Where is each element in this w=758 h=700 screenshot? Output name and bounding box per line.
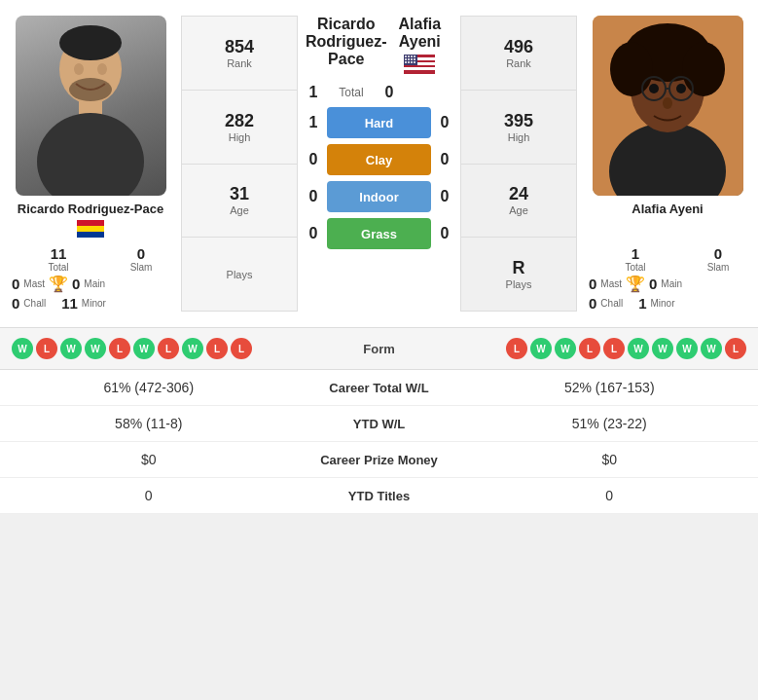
player-left: Ricardo Rodriguez-Pace 11 Total 0 Slam 0: [8, 16, 173, 312]
form-badge-left: W: [133, 338, 155, 359]
middle-area: Ricardo Rodriguez-Pace Alafia Ayeni: [306, 16, 452, 312]
form-badges-left: WLWWLWLWLL: [12, 338, 333, 359]
stats-row-left-value: 0: [16, 488, 282, 503]
player-left-stats-grid: 11 Total 0 Slam 0 Mast 🏆 0 Main 0 Chall: [8, 245, 173, 312]
stats-row-right-value: 51% (23-22): [477, 416, 743, 431]
surface-hard-button[interactable]: Hard: [327, 107, 431, 138]
player-right-stats-grid: 1 Total 0 Slam 0 Mast 🏆 0 Main 0 Chall: [585, 245, 750, 312]
svg-point-23: [405, 61, 407, 63]
center-rank-box: 854 Rank: [181, 16, 298, 91]
flag-us: [404, 55, 435, 74]
svg-point-4: [74, 63, 84, 75]
stat-left-slam: 0 Slam: [113, 245, 169, 273]
trophy-icon-right: 🏆: [626, 275, 645, 293]
flag-us-container: [387, 55, 452, 74]
svg-point-20: [408, 58, 410, 60]
center-left-stats: 854 Rank 282 High 31 Age Plays: [181, 16, 298, 312]
right-plays-box: R Plays: [460, 238, 577, 312]
form-badge-left: L: [109, 338, 130, 359]
center-high-box: 282 High: [181, 91, 298, 165]
flag-venezuela: [77, 220, 104, 238]
player-right-photo: [593, 16, 743, 196]
form-badge-right: W: [676, 338, 698, 359]
form-badge-left: L: [206, 338, 228, 359]
surface-row-indoor: 0 Indoor 0: [306, 181, 452, 212]
player-right: Alafia Ayeni 1 Total 0 Slam 0 Mast 🏆 0 M…: [585, 16, 750, 312]
svg-point-3: [59, 25, 122, 60]
form-section: WLWWLWLWLL Form LWWLLWWWWL: [0, 327, 758, 369]
stats-row: 0YTD Titles0: [0, 478, 758, 514]
center-plays-box: Plays: [181, 238, 298, 312]
stats-row-left-value: 58% (11-8): [16, 416, 282, 431]
stat-right-mast: 0 Mast 🏆 0 Main: [589, 275, 682, 293]
form-badge-left: L: [36, 338, 57, 359]
form-label: Form: [341, 342, 418, 356]
svg-point-35: [663, 97, 672, 109]
svg-point-26: [414, 61, 415, 63]
svg-rect-7: [77, 220, 104, 226]
svg-point-33: [649, 84, 659, 93]
svg-point-25: [411, 61, 413, 63]
stats-row-right-value: 0: [477, 488, 743, 503]
right-rank-box: 496 Rank: [460, 16, 577, 91]
form-badge-right: L: [603, 338, 625, 359]
svg-point-15: [405, 55, 407, 57]
stats-rows: 61% (472-306)Career Total W/L52% (167-15…: [0, 369, 758, 514]
right-high-box: 395 High: [460, 91, 577, 165]
center-age-box: 31 Age: [181, 165, 298, 239]
stats-row-label: YTD W/L: [282, 417, 477, 431]
main-container: Ricardo Rodriguez-Pace 11 Total 0 Slam 0: [0, 0, 758, 514]
stat-right-chall: 0 Chall 1 Minor: [589, 295, 746, 312]
form-badge-right: L: [579, 338, 600, 359]
form-badge-left: W: [85, 338, 106, 359]
stats-row-label: YTD Titles: [282, 489, 477, 503]
surface-row-hard: 1 Hard 0: [306, 107, 452, 138]
stats-row: 58% (11-8)YTD W/L51% (23-22): [0, 406, 758, 442]
svg-point-22: [414, 58, 415, 60]
player-left-name: Ricardo Rodriguez-Pace: [18, 202, 163, 216]
svg-point-6: [69, 78, 112, 101]
svg-point-16: [408, 55, 410, 57]
form-badge-right: L: [725, 338, 746, 359]
stat-left-mast: 0 Mast 🏆 0 Main: [12, 275, 105, 293]
form-badge-right: W: [628, 338, 649, 359]
stats-row: $0Career Prize Money$0: [0, 442, 758, 478]
surface-indoor-button[interactable]: Indoor: [327, 181, 431, 212]
stat-right-slam: 0 Slam: [690, 245, 746, 273]
form-badge-right: W: [555, 338, 576, 359]
svg-point-32: [682, 42, 725, 96]
player-left-photo: [16, 16, 166, 196]
svg-point-18: [414, 55, 415, 57]
surface-row-grass: 0 Grass 0: [306, 218, 452, 249]
form-badge-left: L: [231, 338, 252, 359]
svg-rect-13: [404, 67, 435, 70]
form-badge-left: W: [60, 338, 82, 359]
total-row: 1 Total 0: [306, 84, 452, 101]
svg-point-5: [97, 63, 107, 75]
right-stats-block: 496 Rank 395 High 24 Age R Plays: [460, 16, 577, 312]
surface-clay-button[interactable]: Clay: [327, 144, 431, 175]
svg-rect-9: [77, 232, 104, 238]
surface-grass-button[interactable]: Grass: [327, 218, 431, 249]
top-section: Ricardo Rodriguez-Pace 11 Total 0 Slam 0: [0, 0, 758, 327]
trophy-icon-left: 🏆: [49, 275, 68, 293]
player-left-silhouette: [16, 16, 166, 196]
stats-row-right-value: 52% (167-153): [477, 380, 743, 395]
form-badge-right: W: [701, 338, 722, 359]
form-badge-left: L: [158, 338, 179, 359]
stat-left-total: 11 Total: [12, 245, 105, 273]
svg-point-31: [610, 42, 653, 96]
form-badge-right: L: [506, 338, 527, 359]
form-badge-left: W: [182, 338, 203, 359]
stats-row-label: Career Prize Money: [282, 453, 477, 467]
stats-row-left-value: 61% (472-306): [16, 380, 282, 395]
svg-rect-8: [77, 226, 104, 232]
right-age-box: 24 Age: [460, 165, 577, 239]
player-right-silhouette: [593, 16, 743, 196]
left-name-center: Ricardo Rodriguez-Pace: [306, 16, 387, 74]
form-badge-right: W: [530, 338, 552, 359]
names-row: Ricardo Rodriguez-Pace Alafia Ayeni: [306, 16, 452, 74]
svg-point-2: [37, 113, 144, 196]
player-right-name: Alafia Ayeni: [632, 202, 703, 216]
svg-point-19: [405, 58, 407, 60]
